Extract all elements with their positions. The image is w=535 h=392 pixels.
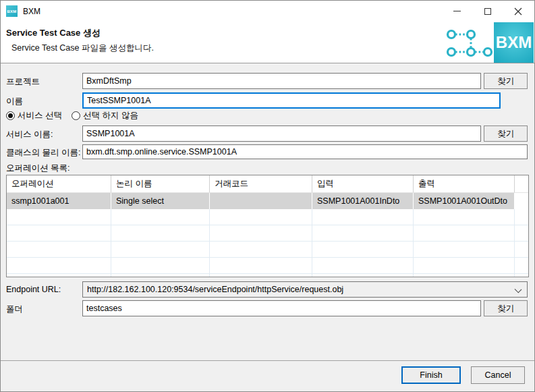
table-row-selected[interactable]: ssmp1001a001 Single select SSMP1001A001I… bbox=[7, 193, 528, 209]
maximize-button[interactable] bbox=[472, 1, 503, 22]
column-header-operation[interactable]: 오퍼레이션 bbox=[7, 175, 111, 192]
radio-no-select-label[interactable]: 선택 하지 않음 bbox=[83, 110, 138, 121]
table-row-empty bbox=[7, 274, 528, 277]
column-header-transaction-code[interactable]: 거래코드 bbox=[210, 175, 312, 192]
endpoint-url-label: Endpoint URL: bbox=[6, 285, 61, 294]
folder-label: 폴더 bbox=[6, 304, 23, 315]
footer-separator bbox=[1, 360, 534, 361]
header-separator bbox=[1, 63, 534, 63]
service-name-browse-button[interactable]: 찾기 bbox=[484, 125, 528, 142]
class-name-label: 클래스의 물리 이름: bbox=[6, 147, 80, 159]
operations-table[interactable]: 오퍼레이션 논리 이름 거래코드 입력 출력 ssmp1001a001 Sing… bbox=[6, 175, 529, 277]
endpoint-url-value: http://182.162.100.120:9534/serviceEndpo… bbox=[87, 285, 343, 294]
folder-browse-button[interactable]: 찾기 bbox=[484, 300, 528, 316]
cell-input: SSMP1001A001InDto bbox=[312, 193, 414, 209]
radio-service-select-label[interactable]: 서비스 선택 bbox=[18, 110, 62, 121]
bxm-logo: BXM bbox=[494, 22, 534, 63]
project-input[interactable] bbox=[82, 73, 481, 89]
window-title: BXM bbox=[23, 1, 40, 22]
bxm-app-icon: BXM bbox=[6, 5, 18, 17]
cell-operation: ssmp1001a001 bbox=[7, 193, 111, 209]
chevron-down-icon bbox=[515, 286, 522, 293]
minimize-icon bbox=[453, 11, 461, 11]
name-label: 이름 bbox=[6, 96, 23, 107]
service-name-input[interactable] bbox=[82, 125, 481, 142]
page-title: Service Test Case 생성 bbox=[6, 27, 101, 39]
cell-output: SSMP1001A001OutDto bbox=[414, 193, 515, 209]
titlebar[interactable]: BXM BXM bbox=[1, 1, 534, 22]
cell-filler bbox=[515, 193, 528, 209]
dialog-window: BXM BXM Service Test Case 생성 Service Tes… bbox=[0, 0, 535, 392]
finish-button[interactable]: Finish bbox=[401, 366, 461, 384]
radio-selected-icon[interactable] bbox=[6, 111, 15, 120]
radio-dot bbox=[8, 113, 13, 118]
radio-unselected-icon[interactable] bbox=[72, 111, 80, 120]
class-name-input[interactable] bbox=[82, 144, 528, 159]
cell-logical-name: Single select bbox=[111, 193, 210, 209]
column-header-input[interactable]: 입력 bbox=[312, 175, 414, 192]
column-header-filler bbox=[515, 175, 528, 192]
table-header-row: 오퍼레이션 논리 이름 거래코드 입력 출력 bbox=[7, 175, 528, 193]
table-row-empty bbox=[7, 258, 528, 274]
cancel-button[interactable]: Cancel bbox=[471, 366, 525, 384]
cell-transaction-code bbox=[210, 193, 312, 209]
service-mode-radio-group: 서비스 선택 선택 하지 않음 bbox=[6, 110, 148, 121]
table-row-empty bbox=[7, 225, 528, 242]
column-header-logical-name[interactable]: 논리 이름 bbox=[111, 175, 210, 192]
table-row-empty bbox=[7, 209, 528, 225]
bxm-logo-connector-icon bbox=[439, 28, 493, 59]
name-input[interactable] bbox=[82, 92, 501, 109]
endpoint-url-combo[interactable]: http://182.162.100.120:9534/serviceEndpo… bbox=[82, 281, 528, 298]
operation-list-label: 오퍼레이션 목록: bbox=[6, 163, 69, 174]
project-browse-button[interactable]: 찾기 bbox=[484, 73, 528, 89]
project-label: 프로젝트 bbox=[6, 76, 40, 88]
maximize-icon bbox=[484, 8, 491, 15]
service-name-label: 서비스 이름: bbox=[6, 129, 53, 140]
close-button[interactable] bbox=[503, 1, 533, 22]
minimize-button[interactable] bbox=[442, 1, 472, 22]
column-header-output[interactable]: 출력 bbox=[414, 175, 515, 192]
page-subtitle: Service Test Case 파일을 생성합니다. bbox=[11, 43, 154, 54]
folder-input[interactable] bbox=[82, 300, 481, 316]
table-row-empty bbox=[7, 242, 528, 258]
close-icon bbox=[514, 7, 522, 16]
